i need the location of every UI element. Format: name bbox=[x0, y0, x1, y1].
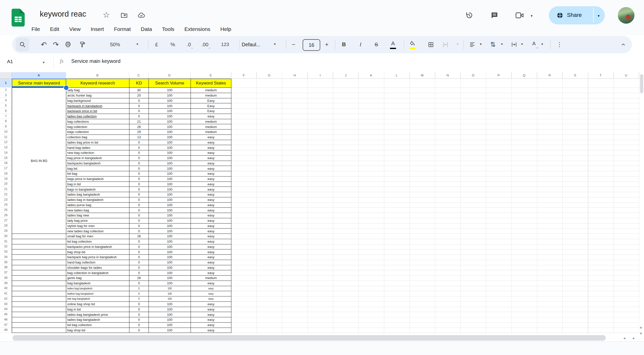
cell-volume[interactable]: 100 bbox=[149, 93, 191, 98]
cell-kd[interactable]: 21 bbox=[129, 119, 149, 124]
cell[interactable] bbox=[12, 317, 66, 323]
cell-state[interactable]: easy bbox=[191, 114, 231, 119]
cell-state[interactable]: easy bbox=[191, 281, 231, 286]
cell-state[interactable]: easy bbox=[191, 135, 231, 140]
cell-keyword[interactable]: hand bag ladies bbox=[66, 145, 129, 150]
cell-keyword[interactable]: bag bd bbox=[66, 166, 129, 171]
cell-state[interactable]: medium bbox=[191, 93, 231, 98]
cell-state[interactable]: medium bbox=[191, 88, 231, 93]
cell-kd[interactable]: 0 bbox=[129, 255, 149, 260]
row-header-9[interactable]: 9 bbox=[0, 124, 12, 129]
cell-volume[interactable]: 100 bbox=[149, 291, 191, 296]
cell-volume[interactable]: 100 bbox=[149, 98, 191, 103]
text-rotation-caret-icon[interactable]: ▾ bbox=[541, 42, 543, 46]
cell-keyword[interactable]: shoulder bags for ladies bbox=[66, 265, 129, 270]
cell[interactable] bbox=[12, 301, 66, 307]
cell-volume[interactable]: 100 bbox=[149, 155, 191, 161]
cell-state[interactable]: easy bbox=[191, 328, 231, 333]
cell-kd[interactable]: 0 bbox=[129, 307, 149, 312]
cell-state[interactable]: easy bbox=[191, 213, 231, 218]
cell-volume[interactable]: 100 bbox=[149, 202, 191, 208]
row-header-44[interactable]: 44 bbox=[0, 307, 12, 312]
cell-volume[interactable]: 100 bbox=[149, 88, 191, 93]
cell-state[interactable]: easy bbox=[191, 307, 231, 312]
text-rotation-button[interactable]: A → bbox=[528, 38, 540, 51]
cell-volume[interactable]: 100 bbox=[149, 129, 191, 135]
cell-keyword[interactable]: hand bag collection bbox=[66, 260, 129, 265]
cell-volume[interactable]: 100 bbox=[149, 322, 191, 328]
cell-state[interactable]: easy bbox=[191, 176, 231, 182]
cell-keyword[interactable]: backpacks price in bangladesh bbox=[66, 244, 129, 249]
column-header-I[interactable]: I bbox=[308, 72, 333, 79]
cell-volume[interactable]: 100 bbox=[149, 244, 191, 249]
more-options-button[interactable]: ⋮ bbox=[554, 38, 565, 51]
row-header-11[interactable]: 11 bbox=[0, 135, 12, 140]
cell-state[interactable]: easy bbox=[191, 155, 231, 161]
row-header-35[interactable]: 35 bbox=[0, 260, 12, 265]
vertical-align-caret-icon[interactable]: ▾ bbox=[501, 42, 503, 46]
menu-data[interactable]: Data bbox=[141, 26, 152, 32]
cell-kd[interactable]: 0 bbox=[129, 286, 149, 291]
cell-volume[interactable]: 100 bbox=[149, 234, 191, 239]
vertical-align-button[interactable]: ⇅ bbox=[487, 38, 498, 51]
bold-button[interactable]: B bbox=[338, 38, 349, 51]
cell-keyword[interactable]: new ladies bag bbox=[66, 208, 129, 213]
cell-state[interactable]: easy bbox=[191, 255, 231, 260]
row-header-15[interactable]: 15 bbox=[0, 155, 12, 161]
cell-volume[interactable]: 100 bbox=[149, 286, 191, 291]
cell-keyword[interactable]: new ladies bag collection bbox=[66, 229, 129, 234]
row-header-17[interactable]: 17 bbox=[0, 166, 12, 171]
header-cell[interactable]: KD bbox=[129, 79, 149, 88]
cell-kd[interactable]: 0 bbox=[129, 317, 149, 323]
cell-keyword[interactable]: online bag shop bd bbox=[66, 301, 129, 307]
cell-state[interactable]: easy bbox=[191, 291, 231, 296]
cell-keyword[interactable]: ladies bag new bbox=[66, 213, 129, 218]
cell-volume[interactable]: 100 bbox=[149, 192, 191, 197]
row-header-6[interactable]: 6 bbox=[0, 108, 12, 114]
cell-keyword[interactable]: bag collection bbox=[66, 124, 129, 129]
row-header-47[interactable]: 47 bbox=[0, 322, 12, 328]
cell-keyword[interactable]: collection bag bbox=[66, 135, 129, 140]
header-cell[interactable]: Keyword research bbox=[66, 79, 129, 88]
column-header-J[interactable]: J bbox=[333, 72, 359, 79]
cell-volume[interactable]: 100 bbox=[149, 145, 191, 150]
horizontal-align-button[interactable] bbox=[467, 38, 478, 51]
cell-kd[interactable]: 0 bbox=[129, 229, 149, 234]
font-size-input[interactable]: 16 bbox=[303, 39, 320, 51]
cell-kd[interactable]: 0 bbox=[129, 155, 149, 161]
cell-state[interactable]: easy bbox=[191, 197, 231, 202]
meet-camera-icon[interactable] bbox=[515, 11, 524, 19]
column-header-Q[interactable]: Q bbox=[512, 72, 537, 79]
cell-state[interactable]: easy bbox=[191, 249, 231, 255]
cell-keyword[interactable]: ladies bag in bangladesh bbox=[66, 197, 129, 202]
cell-volume[interactable]: 100 bbox=[149, 171, 191, 176]
row-header-20[interactable]: 20 bbox=[0, 182, 12, 187]
cell-keyword[interactable]: bag in bd bbox=[66, 307, 129, 312]
menu-edit[interactable]: Edit bbox=[50, 26, 59, 32]
cell-kd[interactable]: 0 bbox=[129, 301, 149, 307]
row-header-32[interactable]: 32 bbox=[0, 244, 12, 249]
cell-kd[interactable]: 0 bbox=[129, 291, 149, 296]
paint-format-button[interactable] bbox=[77, 38, 88, 51]
cell-kd[interactable]: 0 bbox=[129, 223, 149, 229]
cell-volume[interactable]: 100 bbox=[149, 270, 191, 276]
redo-button[interactable]: ↷ bbox=[50, 38, 61, 51]
row-header-14[interactable]: 14 bbox=[0, 150, 12, 155]
cell-keyword[interactable]: bd bag collection bbox=[66, 322, 129, 328]
increase-font-size-button[interactable]: + bbox=[322, 38, 332, 51]
move-folder-icon[interactable] bbox=[120, 12, 128, 19]
cell-kd[interactable]: 0 bbox=[129, 161, 149, 166]
cell-volume[interactable]: 100 bbox=[149, 276, 191, 281]
cell-keyword[interactable]: ladies bag price in bd bbox=[66, 140, 129, 145]
cell[interactable] bbox=[12, 281, 66, 286]
row-header-3[interactable]: 3 bbox=[0, 93, 12, 98]
cell-volume[interactable]: 100 bbox=[149, 260, 191, 265]
search-menus-button[interactable] bbox=[16, 38, 29, 51]
column-header-R[interactable]: R bbox=[537, 72, 562, 79]
cell-keyword[interactable]: backpack in bangladesh bbox=[66, 103, 129, 109]
cell-kd[interactable]: 0 bbox=[129, 145, 149, 150]
cell-kd[interactable]: 0 bbox=[129, 202, 149, 208]
scroll-down-button[interactable]: ▾ bbox=[640, 331, 642, 335]
column-header-P[interactable]: P bbox=[486, 72, 512, 79]
cell-keyword[interactable]: bd bag collection bbox=[66, 239, 129, 244]
